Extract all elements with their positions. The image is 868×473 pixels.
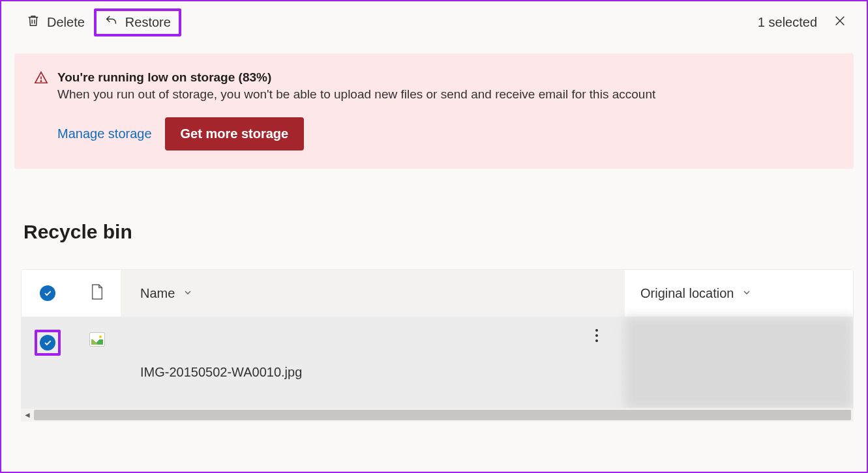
column-header-location[interactable]: Original location xyxy=(625,270,853,317)
manage-storage-link[interactable]: Manage storage xyxy=(57,126,152,141)
trash-icon xyxy=(26,14,40,31)
file-name: IMG-20150502-WA0010.jpg xyxy=(140,365,302,380)
close-button[interactable] xyxy=(829,10,851,35)
file-icon xyxy=(90,283,104,303)
chevron-down-icon xyxy=(183,286,193,301)
column-name-label: Name xyxy=(140,286,175,301)
restore-button[interactable]: Restore xyxy=(94,8,181,36)
svg-point-3 xyxy=(595,339,598,342)
undo-icon xyxy=(104,14,119,31)
alert-title: You're running low on storage (83%) xyxy=(57,70,655,85)
svg-point-0 xyxy=(40,81,41,81)
checkmark-circle-icon xyxy=(40,335,55,351)
restore-label: Restore xyxy=(125,15,171,30)
toolbar: Delete Restore 1 selected xyxy=(1,1,867,43)
close-icon xyxy=(833,19,847,30)
delete-label: Delete xyxy=(47,15,85,30)
horizontal-scrollbar[interactable]: ◄ xyxy=(21,408,854,422)
header-type-icon-cell xyxy=(74,270,121,317)
page-title: Recycle bin xyxy=(23,221,867,243)
recycle-table: Name Original location IMG-20150502-WA00… xyxy=(21,269,854,408)
table-header: Name Original location xyxy=(22,270,853,317)
alert-body: When you run out of storage, you won't b… xyxy=(57,87,655,102)
checkmark-circle-icon xyxy=(40,285,55,301)
scroll-left-icon: ◄ xyxy=(21,410,34,420)
column-header-name[interactable]: Name xyxy=(121,286,625,301)
scrollbar-track[interactable] xyxy=(34,410,851,420)
image-file-icon xyxy=(89,332,105,347)
svg-point-1 xyxy=(595,329,598,332)
select-all-cell[interactable] xyxy=(22,270,74,317)
row-more-button[interactable] xyxy=(595,328,599,346)
get-more-storage-button[interactable]: Get more storage xyxy=(165,117,305,150)
warning-icon xyxy=(34,70,48,87)
selected-count: 1 selected xyxy=(758,15,817,30)
more-vertical-icon xyxy=(595,331,599,345)
row-original-location xyxy=(625,317,853,408)
row-checkbox[interactable] xyxy=(35,330,61,356)
table-row[interactable]: IMG-20150502-WA0010.jpg xyxy=(22,317,853,408)
storage-alert: You're running low on storage (83%) When… xyxy=(14,53,854,169)
chevron-down-icon xyxy=(741,286,752,301)
column-location-label: Original location xyxy=(640,286,734,301)
svg-point-2 xyxy=(595,334,598,337)
delete-button[interactable]: Delete xyxy=(17,8,94,36)
